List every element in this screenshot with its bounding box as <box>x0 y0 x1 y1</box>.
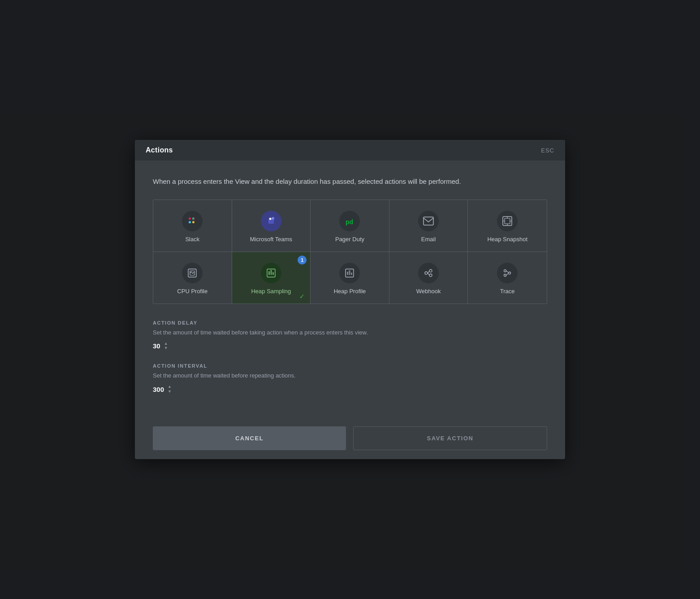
action-item-trace[interactable]: Trace <box>468 252 547 304</box>
cancel-button[interactable]: CANCEL <box>153 426 346 450</box>
modal-overlay: Actions ESC When a process enters the Vi… <box>0 0 700 599</box>
action-item-heap-snapshot[interactable]: Heap Snapshot <box>468 200 547 252</box>
svg-rect-5 <box>189 222 191 223</box>
svg-point-37 <box>509 272 511 274</box>
modal-footer: CANCEL SAVE ACTION <box>135 419 565 459</box>
action-label-slack: Slack <box>185 236 199 243</box>
action-item-cpu-profile[interactable]: CPU Profile <box>153 252 232 304</box>
action-interval-section: ACTION INTERVAL Set the amount of time w… <box>153 363 547 394</box>
svg-line-22 <box>193 272 194 273</box>
svg-rect-3 <box>192 221 194 223</box>
svg-line-34 <box>428 271 429 273</box>
action-delay-decrement[interactable]: ▼ <box>163 346 169 351</box>
svg-rect-8 <box>270 220 273 223</box>
action-interval-spinner[interactable]: ▲ ▼ <box>167 384 173 394</box>
heapsampling-icon <box>261 263 281 283</box>
svg-point-36 <box>504 269 506 272</box>
action-label-trace: Trace <box>500 288 515 295</box>
action-delay-input-wrap: 30 ▲ ▼ <box>153 341 547 351</box>
action-item-email[interactable]: Email <box>389 200 468 252</box>
svg-point-32 <box>429 269 432 272</box>
action-interval-value: 300 <box>153 386 164 393</box>
action-label-email: Email <box>421 236 436 243</box>
email-icon <box>418 211 439 231</box>
action-item-slack[interactable]: Slack <box>153 200 232 252</box>
modal-description: When a process enters the View and the d… <box>153 177 547 187</box>
action-delay-title: ACTION DELAY <box>153 320 547 326</box>
action-label-heap-snapshot: Heap Snapshot <box>487 236 527 243</box>
teams-icon <box>261 211 281 231</box>
action-item-microsoft-teams[interactable]: Microsoft Teams <box>232 200 311 252</box>
svg-point-38 <box>504 274 506 276</box>
svg-rect-4 <box>194 217 194 220</box>
action-item-heap-profile[interactable]: Heap Profile <box>311 252 389 304</box>
svg-line-21 <box>191 272 193 273</box>
action-interval-title: ACTION INTERVAL <box>153 363 547 369</box>
action-delay-description: Set the amount of time waited before tak… <box>153 329 547 336</box>
svg-rect-24 <box>268 271 270 275</box>
action-label-pagerduty: Pager Duty <box>335 236 364 243</box>
action-item-webhook[interactable]: Webhook <box>389 252 468 304</box>
trace-icon <box>497 263 518 283</box>
svg-rect-29 <box>349 270 350 275</box>
svg-rect-30 <box>351 273 352 275</box>
action-item-pager-duty[interactable]: pd Pager Duty <box>311 200 389 252</box>
action-label-heap-sampling: Heap Sampling <box>251 288 291 295</box>
action-interval-input-wrap: 300 ▲ ▼ <box>153 384 547 394</box>
action-label-heap-profile: Heap Profile <box>334 288 366 295</box>
action-interval-description: Set the amount of time waited before rep… <box>153 372 547 379</box>
svg-line-35 <box>428 273 429 275</box>
svg-point-31 <box>425 272 428 274</box>
actions-grid: Slack Microsoft Teams <box>153 200 547 304</box>
action-delay-section: ACTION DELAY Set the amount of time wait… <box>153 320 547 351</box>
slack-icon <box>182 211 203 231</box>
svg-rect-25 <box>270 270 272 275</box>
svg-point-9 <box>269 217 271 220</box>
modal-title: Actions <box>146 146 173 154</box>
svg-point-33 <box>429 274 432 277</box>
heap-sampling-checkmark: ✓ <box>299 293 305 300</box>
action-label-cpu-profile: CPU Profile <box>177 288 207 295</box>
svg-line-40 <box>506 273 509 275</box>
webhook-icon <box>418 263 439 283</box>
svg-rect-28 <box>347 272 348 275</box>
action-interval-decrement[interactable]: ▼ <box>167 389 173 394</box>
heapprofile-icon <box>339 263 360 283</box>
svg-rect-13 <box>505 218 510 224</box>
action-interval-increment[interactable]: ▲ <box>167 384 173 389</box>
svg-text:pd: pd <box>346 218 353 226</box>
action-item-heap-sampling[interactable]: 1 Heap Sampling ✓ <box>232 252 311 304</box>
svg-line-39 <box>506 271 509 273</box>
modal-body: When a process enters the View and the d… <box>135 161 565 419</box>
svg-rect-26 <box>272 272 274 275</box>
svg-rect-0 <box>189 217 191 220</box>
action-label-webhook: Webhook <box>416 288 441 295</box>
actions-modal: Actions ESC When a process enters the Vi… <box>135 140 565 459</box>
cpuprofile-icon <box>182 263 203 283</box>
save-action-button[interactable]: SAVE ACTION <box>353 426 547 450</box>
pagerduty-icon: pd <box>339 211 360 231</box>
svg-rect-11 <box>423 217 433 225</box>
heapsnapshot-icon <box>497 211 518 231</box>
action-delay-spinner[interactable]: ▲ ▼ <box>163 341 169 351</box>
action-label-teams: Microsoft Teams <box>250 236 292 243</box>
action-delay-increment[interactable]: ▲ <box>163 341 169 346</box>
modal-header: Actions ESC <box>135 140 565 161</box>
heap-sampling-badge: 1 <box>298 256 307 265</box>
esc-button[interactable]: ESC <box>541 147 554 154</box>
svg-point-7 <box>272 217 274 220</box>
action-delay-value: 30 <box>153 342 160 350</box>
